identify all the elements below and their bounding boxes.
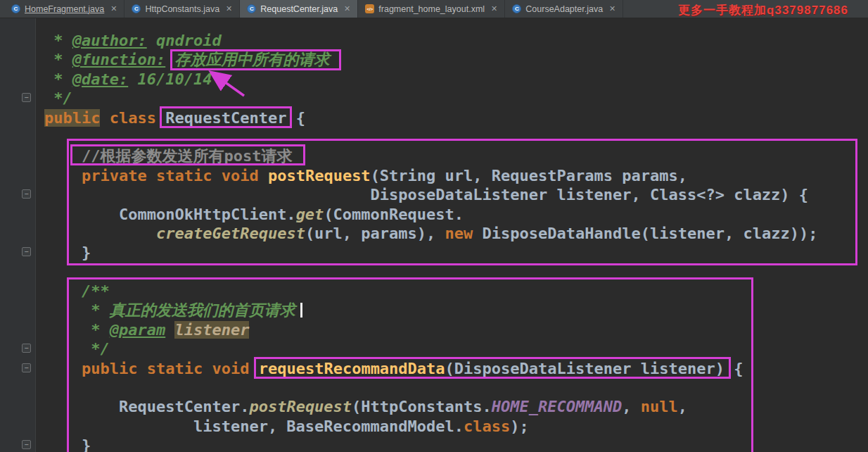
code-line[interactable]: * @param listener (44, 320, 868, 339)
tab-HomeFragment.java[interactable]: CHomeFragment.java✕ (4, 0, 125, 18)
watermark-text: 更多一手教程加q3379877686 (678, 2, 848, 18)
tab-HttpConstants.java[interactable]: CHttpConstants.java✕ (125, 0, 240, 18)
editor-gutter (0, 18, 36, 452)
java-class-icon: C (132, 4, 141, 13)
fold-marker[interactable]: − (22, 440, 31, 449)
java-class-icon: C (11, 4, 20, 13)
text-caret (300, 303, 302, 318)
fold-marker[interactable]: − (22, 247, 31, 256)
code-line[interactable]: } (44, 243, 868, 262)
tab-RequestCenter.java[interactable]: CRequestCenter.java✕ (240, 0, 358, 18)
code-line[interactable]: public static void requestRecommandData(… (44, 359, 868, 378)
tab-close-icon[interactable]: ✕ (609, 4, 615, 13)
code-line[interactable]: RequestCenter.postRequest(HttpConstants.… (44, 397, 868, 416)
code-line[interactable]: * @author: qndroid (44, 31, 868, 50)
tab-fragment_home_layout.xml[interactable]: </>fragment_home_layout.xml✕ (358, 0, 505, 18)
fold-marker[interactable]: − (22, 93, 31, 102)
code-line[interactable]: createGetRequest(url, params), new Dispo… (44, 224, 868, 243)
code-line[interactable]: //根据参数发送所有post请求 (44, 146, 868, 165)
code-line[interactable]: * 真正的发送我们的首页请求 (44, 301, 868, 320)
code-line[interactable]: CommonOkHttpClient.get(CommonRequest. (44, 205, 868, 224)
tab-label: RequestCenter.java (260, 4, 338, 14)
tab-label: fragment_home_layout.xml (378, 4, 485, 14)
tab-label: HomeFragment.java (25, 4, 104, 14)
code-line[interactable]: * @function: 存放应用中所有的请求 (44, 50, 868, 69)
code-line[interactable] (44, 263, 868, 282)
fold-marker[interactable]: − (22, 344, 31, 353)
code-line[interactable]: */ (44, 339, 868, 358)
code-line[interactable]: private static void postRequest(String u… (44, 166, 868, 185)
java-class-icon: C (512, 4, 521, 13)
code-line[interactable]: */ (44, 89, 868, 108)
tab-close-icon[interactable]: ✕ (226, 4, 232, 13)
tab-label: HttpConstants.java (145, 4, 219, 14)
tab-close-icon[interactable]: ✕ (491, 4, 497, 13)
code-line[interactable]: public class RequestCenter { (44, 108, 868, 127)
code-area[interactable]: * @author: qndroid * @function: 存放应用中所有的… (36, 18, 868, 452)
code-line[interactable] (44, 127, 868, 146)
tab-close-icon[interactable]: ✕ (344, 4, 350, 13)
code-line[interactable]: DisposeDataListener listener, Class<?> c… (44, 185, 868, 204)
code-line[interactable] (44, 378, 868, 397)
code-editor: * @author: qndroid * @function: 存放应用中所有的… (0, 18, 868, 452)
tab-CourseAdapter.java[interactable]: CCourseAdapter.java✕ (505, 0, 623, 18)
fold-marker[interactable]: − (22, 363, 31, 372)
code-line[interactable]: listener, BaseRecommandModel.class); (44, 417, 868, 436)
code-line[interactable]: /** (44, 282, 868, 301)
java-class-icon: C (247, 4, 256, 13)
xml-file-icon: </> (365, 4, 374, 13)
tab-close-icon[interactable]: ✕ (110, 4, 117, 13)
fold-marker[interactable]: − (22, 189, 31, 199)
tab-label: CourseAdapter.java (525, 4, 603, 14)
code-line[interactable]: * @date: 16/10/14 (44, 70, 868, 89)
code-line[interactable]: } (44, 436, 868, 452)
